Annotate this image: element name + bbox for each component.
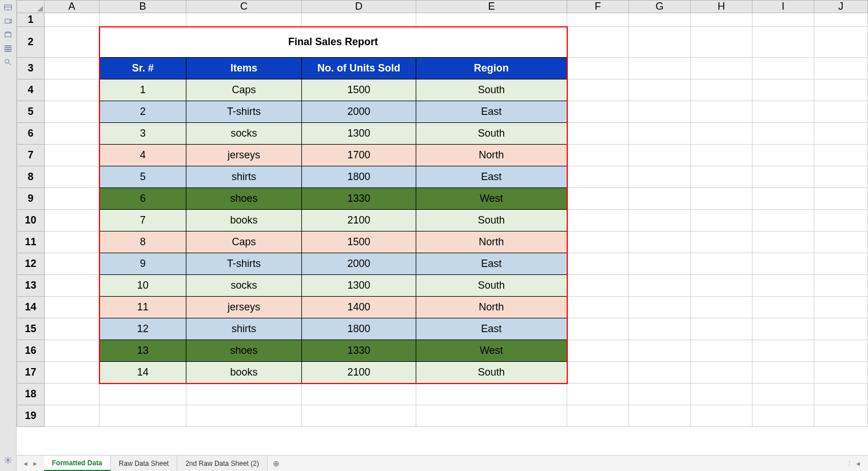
- cell[interactable]: [45, 123, 99, 145]
- cell[interactable]: [752, 101, 814, 123]
- table-cell[interactable]: 12: [99, 318, 186, 340]
- table-cell[interactable]: 6: [99, 188, 186, 210]
- cell[interactable]: [752, 123, 814, 145]
- cell[interactable]: [691, 13, 752, 27]
- cell[interactable]: [45, 79, 99, 101]
- cell[interactable]: [45, 13, 99, 27]
- sheet-tab[interactable]: Formatted Data: [44, 456, 111, 471]
- cell[interactable]: [45, 275, 99, 297]
- sheet-tab[interactable]: 2nd Raw Data Sheet (2): [177, 456, 268, 471]
- column-header[interactable]: E: [416, 1, 567, 13]
- table-cell[interactable]: T-shirts: [186, 253, 302, 275]
- cell[interactable]: [752, 253, 814, 275]
- cell[interactable]: [567, 405, 629, 427]
- cell[interactable]: [752, 145, 814, 166]
- sidebar-tool-icon[interactable]: [3, 45, 13, 53]
- cell[interactable]: [45, 405, 99, 427]
- table-cell[interactable]: South: [416, 275, 567, 297]
- table-cell[interactable]: 2000: [302, 253, 416, 275]
- table-cell[interactable]: 1330: [302, 188, 416, 210]
- cell[interactable]: [629, 101, 691, 123]
- table-cell[interactable]: 14: [99, 362, 186, 384]
- cell[interactable]: [567, 13, 629, 27]
- sidebar-tool-icon[interactable]: [3, 3, 13, 11]
- cell[interactable]: [567, 275, 629, 297]
- cell[interactable]: [629, 275, 691, 297]
- table-cell[interactable]: 2100: [302, 362, 416, 384]
- cell[interactable]: [691, 405, 752, 427]
- cell[interactable]: [752, 297, 814, 318]
- table-header-cell[interactable]: No. of Units Sold: [302, 58, 416, 79]
- cell[interactable]: [99, 13, 186, 27]
- row-header[interactable]: 1: [17, 13, 45, 27]
- cell[interactable]: [629, 27, 691, 58]
- row-header[interactable]: 18: [17, 384, 45, 405]
- table-cell[interactable]: 10: [99, 275, 186, 297]
- row-header[interactable]: 6: [17, 123, 45, 145]
- cell[interactable]: [752, 210, 814, 231]
- cell[interactable]: [691, 253, 752, 275]
- cell[interactable]: [45, 166, 99, 188]
- cell[interactable]: [45, 362, 99, 384]
- row-header[interactable]: 9: [17, 188, 45, 210]
- table-cell[interactable]: East: [416, 253, 567, 275]
- column-header[interactable]: J: [814, 1, 868, 13]
- row-header[interactable]: 14: [17, 297, 45, 318]
- cell[interactable]: [691, 210, 752, 231]
- cell[interactable]: [814, 101, 868, 123]
- table-cell[interactable]: 2: [99, 101, 186, 123]
- cell[interactable]: [752, 340, 814, 362]
- add-sheet-button[interactable]: ⊕: [268, 456, 285, 471]
- table-cell[interactable]: 11: [99, 297, 186, 318]
- cell[interactable]: [691, 231, 752, 253]
- row-header[interactable]: 7: [17, 145, 45, 166]
- cell[interactable]: [45, 318, 99, 340]
- table-header-cell[interactable]: Region: [416, 58, 567, 79]
- cell[interactable]: [567, 210, 629, 231]
- cell[interactable]: [691, 384, 752, 405]
- row-header[interactable]: 15: [17, 318, 45, 340]
- table-cell[interactable]: North: [416, 145, 567, 166]
- row-header[interactable]: 19: [17, 405, 45, 427]
- column-header[interactable]: C: [186, 1, 302, 13]
- column-header[interactable]: G: [629, 1, 691, 13]
- cell[interactable]: [691, 123, 752, 145]
- table-header-cell[interactable]: Sr. #: [99, 58, 186, 79]
- cell[interactable]: [567, 145, 629, 166]
- cell[interactable]: [567, 101, 629, 123]
- cell[interactable]: [752, 79, 814, 101]
- table-cell[interactable]: 13: [99, 340, 186, 362]
- table-cell[interactable]: Caps: [186, 231, 302, 253]
- cell[interactable]: [302, 384, 416, 405]
- table-cell[interactable]: books: [186, 362, 302, 384]
- table-cell[interactable]: Caps: [186, 79, 302, 101]
- cell[interactable]: [45, 340, 99, 362]
- row-header[interactable]: 5: [17, 101, 45, 123]
- cell[interactable]: [567, 58, 629, 79]
- table-cell[interactable]: 1330: [302, 340, 416, 362]
- cell[interactable]: [814, 123, 868, 145]
- column-header[interactable]: F: [567, 1, 629, 13]
- column-header[interactable]: I: [752, 1, 814, 13]
- table-cell[interactable]: East: [416, 318, 567, 340]
- row-header[interactable]: 12: [17, 253, 45, 275]
- sheet-tab[interactable]: Raw Data Sheet: [111, 456, 177, 471]
- select-all-cell[interactable]: [17, 1, 45, 13]
- table-cell[interactable]: 2000: [302, 101, 416, 123]
- table-cell[interactable]: 1300: [302, 275, 416, 297]
- table-cell[interactable]: socks: [186, 275, 302, 297]
- cell[interactable]: [752, 384, 814, 405]
- cell[interactable]: [45, 231, 99, 253]
- cell[interactable]: [45, 253, 99, 275]
- row-header[interactable]: 2: [17, 27, 45, 58]
- cell[interactable]: [416, 384, 567, 405]
- cell[interactable]: [45, 58, 99, 79]
- cell[interactable]: [814, 145, 868, 166]
- table-cell[interactable]: South: [416, 123, 567, 145]
- cell[interactable]: [691, 27, 752, 58]
- cell[interactable]: [629, 231, 691, 253]
- table-cell[interactable]: 3: [99, 123, 186, 145]
- spreadsheet-grid[interactable]: ABCDEFGHIJ12Final Sales Report3Sr. #Item…: [17, 0, 868, 455]
- cell[interactable]: [416, 13, 567, 27]
- cell[interactable]: [629, 123, 691, 145]
